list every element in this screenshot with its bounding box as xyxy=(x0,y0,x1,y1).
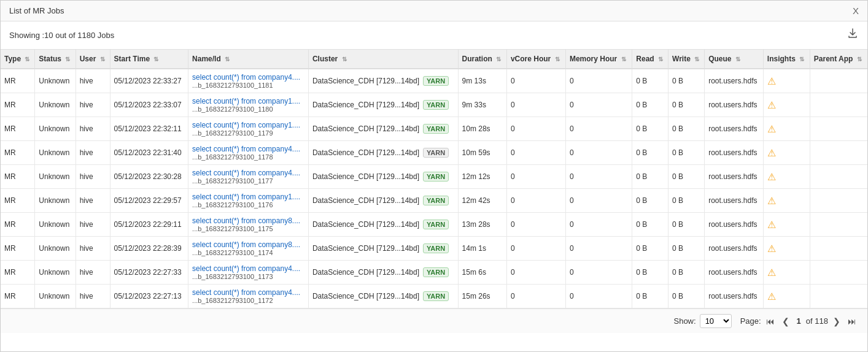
name-line1[interactable]: select count(*) from company1.... xyxy=(192,97,304,105)
cell-insights: ⚠ xyxy=(763,117,810,141)
warning-icon[interactable]: ⚠ xyxy=(767,76,776,86)
table-row[interactable]: MR Unknown hive 05/12/2023 22:33:27 sele… xyxy=(1,69,867,93)
name-line1[interactable]: select count(*) from company4.... xyxy=(192,145,304,153)
table-row[interactable]: MR Unknown hive 05/12/2023 22:28:39 sele… xyxy=(1,237,867,261)
close-button[interactable]: X xyxy=(853,6,859,16)
col-write[interactable]: Write ⇅ xyxy=(668,50,705,69)
cell-insights: ⚠ xyxy=(763,213,810,237)
warning-icon[interactable]: ⚠ xyxy=(767,196,776,206)
table-row[interactable]: MR Unknown hive 05/12/2023 22:29:57 sele… xyxy=(1,189,867,213)
prev-page-button[interactable]: ❮ xyxy=(780,315,792,327)
table-row[interactable]: MR Unknown hive 05/12/2023 22:31:40 sele… xyxy=(1,141,867,165)
warning-icon[interactable]: ⚠ xyxy=(767,291,776,302)
table-row[interactable]: MR Unknown hive 05/12/2023 22:27:33 sele… xyxy=(1,261,867,285)
cell-duration: 13m 28s xyxy=(458,213,506,237)
col-type[interactable]: Type ⇅ xyxy=(1,50,35,69)
cell-write: 0 B xyxy=(668,189,705,213)
cell-memory-hour: 0 xyxy=(565,69,632,93)
table-row[interactable]: MR Unknown hive 05/12/2023 22:30:28 sele… xyxy=(1,165,867,189)
yarn-badge[interactable]: YARN xyxy=(423,76,449,86)
name-line1[interactable]: select count(*) from company1.... xyxy=(192,121,304,129)
cell-start-time: 05/12/2023 22:32:11 xyxy=(110,117,188,141)
cell-cluster: DataScience_CDH [7129...14bd] YARN xyxy=(308,93,458,117)
col-read[interactable]: Read ⇅ xyxy=(632,50,668,69)
cell-type: MR xyxy=(1,213,35,237)
col-start-time[interactable]: Start Time ⇅ xyxy=(110,50,188,69)
cell-cluster: DataScience_CDH [7129...14bd] YARN xyxy=(308,69,458,93)
jobs-table-container: Type ⇅ Status ⇅ User ⇅ Start Time ⇅ Name… xyxy=(1,50,867,308)
warning-icon[interactable]: ⚠ xyxy=(767,124,776,134)
name-line2: ...b_1683212793100_1180 xyxy=(192,105,304,113)
cell-write: 0 B xyxy=(668,237,705,261)
warning-icon[interactable]: ⚠ xyxy=(767,172,776,182)
col-status[interactable]: Status ⇅ xyxy=(35,50,76,69)
cell-status: Unknown xyxy=(35,69,76,93)
table-row[interactable]: MR Unknown hive 05/12/2023 22:29:11 sele… xyxy=(1,213,867,237)
name-line1[interactable]: select count(*) from company4.... xyxy=(192,73,304,82)
col-vcore-hour[interactable]: vCore Hour ⇅ xyxy=(506,50,565,69)
name-line1[interactable]: select count(*) from company8.... xyxy=(192,240,304,249)
name-line1[interactable]: select count(*) from company4.... xyxy=(192,169,304,177)
yarn-badge[interactable]: YARN xyxy=(423,291,449,301)
cell-type: MR xyxy=(1,237,35,261)
cell-parent-app xyxy=(810,117,867,141)
name-line1[interactable]: select count(*) from company1.... xyxy=(192,193,304,201)
sort-arrows-queue: ⇅ xyxy=(735,56,740,63)
cell-user: hive xyxy=(76,189,110,213)
cell-start-time: 05/12/2023 22:33:07 xyxy=(110,93,188,117)
col-user[interactable]: User ⇅ xyxy=(76,50,110,69)
col-name-id[interactable]: Name/Id ⇅ xyxy=(188,50,309,69)
col-parent-app[interactable]: Parent App ⇅ xyxy=(810,50,867,69)
yarn-badge[interactable]: YARN xyxy=(423,196,449,205)
yarn-badge[interactable]: YARN xyxy=(423,148,449,158)
cell-vcore-hour: 0 xyxy=(506,213,565,237)
warning-icon[interactable]: ⚠ xyxy=(767,243,776,254)
show-select[interactable]: 10 25 50 100 xyxy=(700,314,732,328)
cell-read: 0 B xyxy=(632,165,668,189)
next-page-button[interactable]: ❯ xyxy=(831,315,843,327)
cell-insights: ⚠ xyxy=(763,93,810,117)
cell-user: hive xyxy=(76,285,110,308)
export-icon xyxy=(847,28,859,40)
cell-insights: ⚠ xyxy=(763,141,810,165)
page-control: Page: ⏮ ❮ 1 of 118 ❯ ⏭ xyxy=(740,315,859,327)
table-row[interactable]: MR Unknown hive 05/12/2023 22:33:07 sele… xyxy=(1,93,867,117)
warning-icon[interactable]: ⚠ xyxy=(767,220,776,230)
cell-parent-app xyxy=(810,189,867,213)
cell-memory-hour: 0 xyxy=(565,285,632,308)
sort-arrows-write: ⇅ xyxy=(694,56,699,63)
cell-read: 0 B xyxy=(632,141,668,165)
warning-icon[interactable]: ⚠ xyxy=(767,267,776,278)
current-page: 1 xyxy=(797,316,801,326)
yarn-badge[interactable]: YARN xyxy=(423,243,449,253)
yarn-badge[interactable]: YARN xyxy=(423,220,449,229)
warning-icon[interactable]: ⚠ xyxy=(767,100,776,110)
yarn-badge[interactable]: YARN xyxy=(423,267,449,277)
yarn-badge[interactable]: YARN xyxy=(423,172,449,182)
window-title: List of MR Jobs xyxy=(9,6,64,15)
last-page-button[interactable]: ⏭ xyxy=(845,315,859,327)
show-control: Show: 10 25 50 100 xyxy=(673,314,731,328)
col-cluster[interactable]: Cluster ⇅ xyxy=(308,50,458,69)
warning-icon[interactable]: ⚠ xyxy=(767,148,776,158)
name-line1[interactable]: select count(*) from company4.... xyxy=(192,288,304,297)
yarn-badge[interactable]: YARN xyxy=(423,100,449,110)
yarn-badge[interactable]: YARN xyxy=(423,124,449,134)
col-queue[interactable]: Queue ⇅ xyxy=(705,50,764,69)
main-window: List of MR Jobs X Showing :10 out of 118… xyxy=(0,0,868,352)
name-line1[interactable]: select count(*) from company8.... xyxy=(192,216,304,225)
col-memory-hour[interactable]: Memory Hour ⇅ xyxy=(565,50,632,69)
cell-cluster: DataScience_CDH [7129...14bd] YARN xyxy=(308,117,458,141)
table-row[interactable]: MR Unknown hive 05/12/2023 22:27:13 sele… xyxy=(1,285,867,308)
export-button[interactable] xyxy=(847,28,859,43)
cluster-name: DataScience_CDH [7129...14bd] xyxy=(312,101,419,109)
cell-cluster: DataScience_CDH [7129...14bd] YARN xyxy=(308,165,458,189)
name-line1[interactable]: select count(*) from company4.... xyxy=(192,264,304,273)
cell-type: MR xyxy=(1,261,35,285)
table-row[interactable]: MR Unknown hive 05/12/2023 22:32:11 sele… xyxy=(1,117,867,141)
first-page-button[interactable]: ⏮ xyxy=(764,315,777,327)
cell-queue: root.users.hdfs xyxy=(705,117,764,141)
col-insights[interactable]: Insights ⇅ xyxy=(763,50,810,69)
col-duration[interactable]: Duration ⇅ xyxy=(458,50,506,69)
cell-parent-app xyxy=(810,69,867,93)
